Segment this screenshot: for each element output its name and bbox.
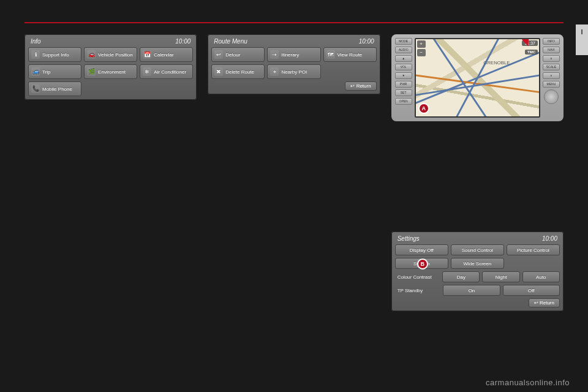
route-panel-title: Route Menu xyxy=(214,38,247,45)
delete-route-label: Delete Route xyxy=(225,69,254,75)
content-area: Info 10:00 ℹSupport Info🚗Vehicle Positio… xyxy=(24,34,564,386)
device-left-btn-5[interactable]: PWR xyxy=(395,81,412,88)
map-zoom-in-button[interactable]: + xyxy=(417,40,426,48)
device-left-btn-6[interactable]: SET xyxy=(395,89,412,96)
colour-contrast-auto-button[interactable]: Auto xyxy=(522,271,560,282)
mobile-phone-button[interactable]: 📞Mobile Phone xyxy=(28,81,81,96)
view-route-button[interactable]: 🗺View Route xyxy=(323,47,377,62)
display-off-button[interactable]: Display Off xyxy=(395,244,448,255)
settings-return-button[interactable]: ↩ Return xyxy=(529,298,560,307)
device-left-btn-7[interactable]: OPEN xyxy=(395,98,412,105)
nav-device: MODEAUDIO▲VOL▼PWRSETOPEN GRENOBLE 11 xyxy=(391,34,564,121)
colour-contrast-night-button[interactable]: Night xyxy=(482,271,519,282)
trip-label: Trip xyxy=(42,69,50,75)
info-panel-title: Info xyxy=(31,38,41,45)
support-info-button[interactable]: ℹSupport Info xyxy=(28,47,81,62)
tp-standby-off-button[interactable]: Off xyxy=(503,285,560,296)
air-conditioner-icon: ❄ xyxy=(143,67,151,76)
map-scale-controls: + − xyxy=(417,40,426,56)
settings-return-label: Return xyxy=(540,300,554,306)
info-panel: Info 10:00 ℹSupport Info🚗Vehicle Positio… xyxy=(24,34,197,100)
nearby-poi-label: Nearby POI xyxy=(281,69,307,75)
colour-contrast-day-button[interactable]: Day xyxy=(442,271,480,282)
header-rule xyxy=(24,22,564,23)
map-roads: GRENOBLE xyxy=(416,39,539,116)
settings-row-1: Display OffSound ControlPicture Control xyxy=(395,244,560,255)
device-right-btn-5[interactable]: MENU xyxy=(543,81,560,88)
tp-standby-label: TP Standby xyxy=(395,288,441,293)
device-left-btn-0[interactable]: MODE xyxy=(395,38,412,45)
map-zoom-out-button[interactable]: − xyxy=(417,49,426,56)
vehicle-position-button[interactable]: 🚗Vehicle Position xyxy=(84,47,137,62)
picture-control-button[interactable]: Picture Control xyxy=(507,244,560,255)
route-menu-panel: Route Menu 10:00 ↩Detour⇢Itinerary🗺View … xyxy=(208,34,380,94)
vehicle-position-label: Vehicle Position xyxy=(98,52,132,58)
colour-contrast-row: Colour Contrast Day Night Auto xyxy=(395,271,560,282)
settings-panel-clock: 10:00 xyxy=(542,235,557,242)
map-tmc-badge: TMC xyxy=(525,50,538,55)
route-return-label: Return xyxy=(356,83,371,89)
page: I Info 10:00 ℹSupport Info🚗Vehicle Posit… xyxy=(0,0,588,392)
device-left-btn-3[interactable]: VOL xyxy=(395,64,412,70)
wide-screen-button[interactable]: Wide Screen xyxy=(451,258,504,269)
device-left-btn-1[interactable]: AUDIO xyxy=(395,47,412,53)
nearby-poi-icon: ⌖ xyxy=(270,67,279,76)
settings-panel-wrap: Settings 10:00 Display OffSound ControlP… xyxy=(391,232,564,311)
detour-button[interactable]: ↩Detour xyxy=(211,47,265,62)
calendar-icon: 📅 xyxy=(143,50,151,59)
environment-button[interactable]: 🌿Environment xyxy=(84,64,137,79)
device-right-buttons: INFONAVI∧SCALE∨MENU xyxy=(543,38,560,118)
mobile-phone-label: Mobile Phone xyxy=(42,86,72,92)
marker-a: A xyxy=(420,104,428,113)
device-right-btn-4[interactable]: ∨ xyxy=(543,72,560,79)
air-conditioner-label: Air Conditioner xyxy=(154,69,186,75)
itinerary-icon: ⇢ xyxy=(270,50,279,59)
settings-panel-title: Settings xyxy=(398,235,420,242)
detour-icon: ↩ xyxy=(214,50,223,59)
itinerary-button[interactable]: ⇢Itinerary xyxy=(267,47,320,62)
device-right-btn-3[interactable]: SCALE xyxy=(543,64,560,70)
trip-button[interactable]: 🚙Trip xyxy=(28,64,81,79)
route-return-button[interactable]: ↩ Return xyxy=(345,81,376,91)
detour-label: Detour xyxy=(225,52,240,58)
itinerary-label: Itinerary xyxy=(281,52,299,58)
device-left-btn-4[interactable]: ▼ xyxy=(395,72,412,79)
marker-b: B xyxy=(418,260,427,268)
delete-route-icon: ✖ xyxy=(214,67,223,76)
view-route-icon: 🗺 xyxy=(326,50,335,59)
calendar-label: Calendar xyxy=(154,52,173,58)
device-left-btn-2[interactable]: ▲ xyxy=(395,55,412,62)
device-left-buttons: MODEAUDIO▲VOL▼PWRSETOPEN xyxy=(395,38,412,118)
environment-icon: 🌿 xyxy=(87,67,96,76)
trip-icon: 🚙 xyxy=(31,67,40,76)
settings-panel: Settings 10:00 Display OffSound ControlP… xyxy=(391,232,564,311)
delete-route-button[interactable]: ✖Delete Route xyxy=(211,64,265,79)
watermark: carmanualsonline.info xyxy=(486,378,570,387)
device-right-btn-2[interactable]: ∧ xyxy=(543,55,560,62)
calendar-button[interactable]: 📅Calendar xyxy=(140,47,193,62)
route-panel-clock: 10:00 xyxy=(359,38,374,45)
environment-label: Environment xyxy=(98,69,126,75)
device-right-btn-0[interactable]: INFO xyxy=(543,38,560,45)
info-panel-clock: 10:00 xyxy=(175,38,190,45)
support-info-label: Support Info xyxy=(42,52,69,58)
column-right: MODEAUDIO▲VOL▼PWRSETOPEN GRENOBLE 11 xyxy=(391,34,564,311)
map-city-label: GRENOBLE xyxy=(483,60,510,66)
mobile-phone-icon: 📞 xyxy=(31,85,40,93)
tp-standby-row: TP Standby On Off xyxy=(395,285,560,296)
device-dial[interactable] xyxy=(544,89,559,104)
device-right-btn-1[interactable]: NAVI xyxy=(543,47,560,53)
route-button-grid: ↩Detour⇢Itinerary🗺View Route✖Delete Rout… xyxy=(211,47,376,79)
tp-standby-on-button[interactable]: On xyxy=(443,285,500,296)
vehicle-position-icon: 🚗 xyxy=(87,50,96,59)
column-left: Info 10:00 ℹSupport Info🚗Vehicle Positio… xyxy=(24,34,197,311)
support-info-icon: ℹ xyxy=(31,50,40,59)
device-screen[interactable]: GRENOBLE 11:37 TMC + − A xyxy=(415,38,540,118)
nearby-poi-button[interactable]: ⌖Nearby POI xyxy=(267,64,320,79)
column-middle: Route Menu 10:00 ↩Detour⇢Itinerary🗺View … xyxy=(208,34,380,311)
info-button-grid: ℹSupport Info🚗Vehicle Position📅Calendar🚙… xyxy=(28,47,193,96)
view-route-label: View Route xyxy=(337,52,363,58)
sound-control-button[interactable]: Sound Control xyxy=(451,244,504,255)
colour-contrast-label: Colour Contrast xyxy=(395,274,440,280)
air-conditioner-button[interactable]: ❄Air Conditioner xyxy=(140,64,193,79)
